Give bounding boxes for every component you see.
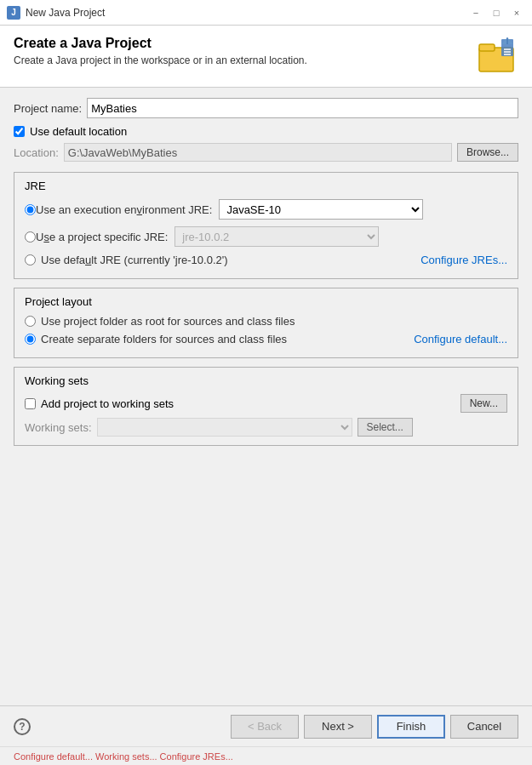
working-sets-label: Working sets: xyxy=(25,421,92,434)
window-title: New Java Project xyxy=(26,7,467,19)
layout-separate-folders-part: Create separate folders for sources and … xyxy=(25,333,287,345)
configure-jres-link[interactable]: Configure JREs... xyxy=(420,254,507,266)
help-button[interactable]: ? xyxy=(14,718,31,735)
cancel-button[interactable]: Cancel xyxy=(450,715,518,739)
jre-default-radio-part: Use default JRE (currently 'jre-10.0.2') xyxy=(25,254,228,266)
working-sets-section: Working sets Add project to working sets… xyxy=(14,367,518,446)
layout-option1-row: Use project folder as root for sources a… xyxy=(25,315,507,328)
layout-separate-folders-label: Create separate folders for sources and … xyxy=(41,333,287,345)
new-working-set-button[interactable]: New... xyxy=(460,394,507,413)
hint-bar: Configure default... Working sets... Con… xyxy=(0,746,532,765)
next-button[interactable]: Next > xyxy=(304,715,372,739)
location-input[interactable] xyxy=(64,143,452,162)
maximize-button[interactable]: □ xyxy=(488,6,505,20)
project-name-label: Project name: xyxy=(14,102,82,115)
jre-specific-label: Use a project specific JRE: xyxy=(36,231,168,243)
jre-env-radio[interactable] xyxy=(25,204,36,215)
jre-default-label: Use default JRE (currently 'jre-10.0.2') xyxy=(41,254,228,266)
add-working-sets-label: Add project to working sets xyxy=(41,397,174,410)
project-name-input[interactable] xyxy=(87,98,518,118)
jre-section: JRE Use an execution environment JRE: Ja… xyxy=(14,172,518,279)
app-icon: J xyxy=(7,6,20,20)
title-bar: J New Java Project − □ × xyxy=(0,0,532,26)
dialog-subtitle: Create a Java project in the workspace o… xyxy=(14,54,307,66)
title-bar-controls: − □ × xyxy=(467,6,525,20)
dialog-title: Create a Java Project xyxy=(14,36,307,51)
layout-project-folder-label: Use project folder as root for sources a… xyxy=(41,315,295,328)
layout-project-folder-radio[interactable] xyxy=(25,316,36,327)
location-label: Location: xyxy=(14,146,59,159)
configure-default-link[interactable]: Configure default... xyxy=(414,333,507,345)
project-name-row: Project name: xyxy=(14,98,518,118)
use-default-location-row: Use default location xyxy=(14,125,518,138)
jre-env-label: Use an execution environment JRE: xyxy=(36,203,212,216)
working-sets-dropdown[interactable] xyxy=(97,418,352,437)
add-working-sets-checkbox-group: Add project to working sets xyxy=(25,397,174,410)
header-content: Create a Java Project Create a Java proj… xyxy=(14,36,307,66)
working-sets-input-row: Working sets: Select... xyxy=(25,418,507,437)
project-layout-title: Project layout xyxy=(25,295,507,308)
jre-default-radio[interactable] xyxy=(25,254,36,265)
hint-text: Configure default... Working sets... Con… xyxy=(14,751,233,762)
jre-env-dropdown[interactable]: JavaSE-10 JavaSE-8 JavaSE-9 JavaSE-11 xyxy=(219,199,423,220)
bottom-bar: ? < Back Next > Finish Cancel xyxy=(0,705,532,746)
select-working-set-button[interactable]: Select... xyxy=(358,418,413,437)
add-working-sets-row: Add project to working sets New... xyxy=(25,394,507,413)
close-button[interactable]: × xyxy=(508,6,525,20)
dialog-header: Create a Java Project Create a Java proj… xyxy=(0,26,532,88)
jre-option3-row: Use default JRE (currently 'jre-10.0.2')… xyxy=(25,254,507,266)
use-default-location-label: Use default location xyxy=(30,125,127,138)
project-layout-section: Project layout Use project folder as roo… xyxy=(14,288,518,358)
working-sets-title: Working sets xyxy=(25,374,507,387)
use-default-location-checkbox[interactable] xyxy=(14,126,25,137)
finish-button[interactable]: Finish xyxy=(377,715,445,739)
layout-separate-folders-radio[interactable] xyxy=(25,334,36,345)
browse-button[interactable]: Browse... xyxy=(457,143,518,162)
svg-rect-1 xyxy=(479,44,495,51)
location-row: Location: Browse... xyxy=(14,143,518,162)
layout-option2-row: Create separate folders for sources and … xyxy=(25,333,507,345)
project-name-label-text: Project name: xyxy=(14,102,82,115)
jre-specific-dropdown[interactable]: jre-10.0.2 xyxy=(174,226,379,247)
jre-specific-radio[interactable] xyxy=(25,231,36,243)
add-working-sets-checkbox[interactable] xyxy=(25,398,36,409)
dialog-buttons: < Back Next > Finish Cancel xyxy=(231,715,518,739)
minimize-button[interactable]: − xyxy=(467,6,484,20)
jre-section-title: JRE xyxy=(25,180,507,192)
jre-option1-row: Use an execution environment JRE: JavaSE… xyxy=(25,199,507,220)
folder-icon xyxy=(478,36,518,77)
dialog-body: Project name: Use default location Locat… xyxy=(0,88,532,705)
back-button[interactable]: < Back xyxy=(231,715,299,739)
jre-option2-row: Use a project specific JRE: jre-10.0.2 xyxy=(25,226,507,247)
